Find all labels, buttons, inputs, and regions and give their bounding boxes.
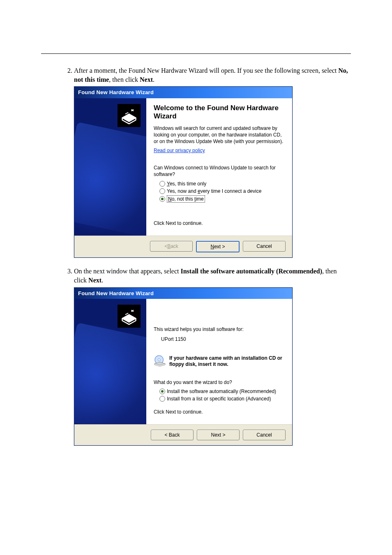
wizard-prompt: What do you want the wizard to do? — [154, 379, 286, 386]
cancel-button[interactable]: Cancel — [243, 430, 286, 440]
radio-auto[interactable]: Install the software automatically (Reco… — [159, 388, 286, 395]
cd-hint: If your hardware came with an installati… — [154, 355, 286, 368]
wizard-body-text: Windows will search for current and upda… — [154, 125, 286, 145]
step-2: After a moment, the Found New Hardware W… — [74, 66, 351, 258]
hardware-icon — [118, 104, 141, 127]
device-name: UPort 1150 — [161, 336, 286, 342]
cancel-button[interactable]: Cancel — [243, 241, 286, 252]
radio-icon — [159, 396, 165, 402]
radio-yes-once[interactable]: Yes, this time only — [159, 180, 286, 187]
privacy-policy-link[interactable]: Read our privacy policy — [154, 148, 205, 153]
wizard-heading: Welcome to the Found New Hardware Wizard — [154, 104, 286, 121]
wizard-sidebar — [74, 98, 146, 236]
radio-icon — [159, 181, 165, 187]
svg-point-1 — [158, 358, 160, 361]
titlebar: Found New Hardware Wizard — [74, 87, 292, 98]
step2-text-c: . — [153, 76, 154, 83]
wizard-sidebar — [74, 299, 146, 424]
step3-bold-a: Install the software automatically (Reco… — [180, 268, 322, 275]
next-button[interactable]: Next > — [196, 241, 240, 252]
cd-hint-text: If your hardware came with an installati… — [169, 355, 286, 368]
radio-icon — [159, 196, 165, 202]
radio-icon — [159, 188, 165, 194]
radio-list-label: Install from a list or specific location… — [167, 395, 271, 402]
continue-text: Click Next to continue. — [154, 409, 286, 415]
titlebar: Found New Hardware Wizard — [74, 288, 292, 299]
step2-text-b: , then click — [109, 76, 140, 83]
step3-text-c: . — [101, 277, 103, 284]
wizard-prompt: Can Windows connect to Windows Update to… — [154, 164, 286, 178]
hardware-icon — [118, 305, 141, 328]
radio-icon — [159, 388, 165, 394]
page-divider — [41, 53, 351, 54]
radio-yes-always[interactable]: Yes, now and every time I connect a devi… — [159, 188, 286, 194]
button-row: < Back Next > Cancel — [74, 236, 292, 257]
wizard-body-text: This wizard helps you install software f… — [154, 326, 286, 333]
back-button[interactable]: < Back — [151, 430, 194, 440]
back-button: < Back — [150, 241, 193, 252]
button-row: < Back Next > Cancel — [74, 424, 292, 445]
step3-bold-b: Next — [88, 277, 101, 284]
continue-text: Click Next to continue. — [154, 220, 286, 227]
radio-no[interactable]: No, not this time — [159, 195, 286, 203]
step-3: On the next window that appears, select … — [74, 267, 351, 446]
wizard-dialog-2: Found New Hardware Wizard — [74, 287, 293, 446]
step2-text-a: After a moment, the Found New Hardware W… — [74, 67, 338, 74]
step3-text-a: On the next window that appears, select — [74, 268, 180, 275]
radio-auto-label: Install the software automatically (Reco… — [167, 388, 276, 395]
step2-bold-b: Next — [140, 76, 153, 83]
next-button[interactable]: Next > — [197, 430, 240, 440]
wizard-dialog-1: Found New Hardware Wizard — [74, 86, 293, 258]
radio-list[interactable]: Install from a list or specific location… — [159, 395, 286, 402]
cd-icon — [154, 355, 166, 368]
